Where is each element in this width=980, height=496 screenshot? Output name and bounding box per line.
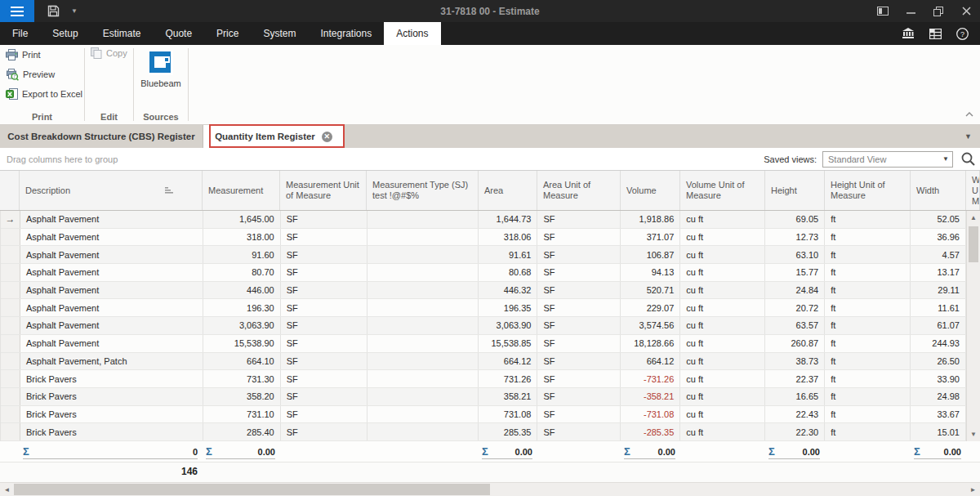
sort-filter-icon[interactable] <box>165 186 174 197</box>
cell-measurement-uom[interactable]: SF <box>281 335 368 352</box>
help-button[interactable]: ? <box>956 28 969 40</box>
cell-measurement-type[interactable] <box>368 388 479 405</box>
cell-height-uom[interactable]: ft <box>825 388 911 405</box>
menu-item-system[interactable]: System <box>251 22 308 45</box>
cell-area-uom[interactable]: SF <box>537 335 621 352</box>
menu-item-setup[interactable]: Setup <box>40 22 90 45</box>
cell-volume[interactable]: -358.21 <box>621 388 680 405</box>
cell-width[interactable]: 33.67 <box>911 406 966 423</box>
row-indicator-cell[interactable] <box>1 246 20 263</box>
cell-description[interactable]: Asphalt Pavement <box>20 299 203 316</box>
cell-volume-uom[interactable]: cu ft <box>680 423 765 440</box>
preview-button[interactable]: Preview <box>0 65 84 84</box>
cell-volume-uom[interactable]: cu ft <box>680 370 765 387</box>
column-header-volume-uom[interactable]: Volume Unit of Measure <box>680 171 765 210</box>
row-indicator-cell[interactable] <box>1 264 20 281</box>
summary-field-height[interactable]: Σ0.00 <box>768 445 820 459</box>
row-indicator-cell[interactable] <box>1 317 20 334</box>
cell-volume-uom[interactable]: cu ft <box>680 388 765 405</box>
cell-measurement-uom[interactable]: SF <box>281 282 368 299</box>
cell-height-uom[interactable]: ft <box>825 353 911 370</box>
vertical-scroll-thumb[interactable] <box>969 226 978 262</box>
column-header-width[interactable]: Width <box>911 171 966 210</box>
minimize-button[interactable] <box>897 0 924 22</box>
cell-volume[interactable]: 94.13 <box>621 264 680 281</box>
cell-height[interactable]: 63.10 <box>765 246 825 263</box>
cell-volume-uom[interactable]: cu ft <box>680 211 765 228</box>
cell-height-uom[interactable]: ft <box>825 264 911 281</box>
cell-area-uom[interactable]: SF <box>537 370 621 387</box>
cell-description[interactable]: Brick Pavers <box>20 388 203 405</box>
cell-measurement[interactable]: 80.70 <box>203 264 281 281</box>
cell-description[interactable]: Brick Pavers <box>20 423 203 440</box>
cell-volume[interactable]: -731.08 <box>621 406 680 423</box>
cell-volume[interactable]: -285.35 <box>621 423 680 440</box>
row-indicator-cell[interactable] <box>1 335 20 352</box>
menu-item-file[interactable]: File <box>0 22 40 45</box>
cell-height-uom[interactable]: ft <box>825 335 911 352</box>
cell-width[interactable]: 61.07 <box>911 317 966 334</box>
cell-width[interactable]: 13.17 <box>911 264 966 281</box>
cell-area[interactable]: 664.12 <box>479 353 537 370</box>
cell-area[interactable]: 15,538.85 <box>479 335 537 352</box>
ribbon-collapse-button[interactable] <box>965 105 973 120</box>
cell-volume-uom[interactable]: cu ft <box>680 229 765 246</box>
column-header-measurement[interactable]: Measurement <box>203 171 280 210</box>
cell-area-uom[interactable]: SF <box>537 211 621 228</box>
column-header-height[interactable]: Height <box>765 171 825 210</box>
summary-field-width[interactable]: Σ0.00 <box>914 445 961 459</box>
cell-volume[interactable]: 371.07 <box>621 229 680 246</box>
cell-measurement[interactable]: 91.60 <box>203 246 281 263</box>
cell-measurement-type[interactable] <box>368 211 479 228</box>
cell-measurement-uom[interactable]: SF <box>281 353 368 370</box>
tab-cbs-register[interactable]: Cost Breakdown Structure (CBS) Register <box>0 125 203 148</box>
cell-width[interactable]: 15.01 <box>911 423 966 440</box>
cell-description[interactable]: Asphalt Pavement <box>20 317 203 334</box>
cell-volume-uom[interactable]: cu ft <box>680 299 765 316</box>
cell-measurement-type[interactable] <box>368 229 479 246</box>
cell-volume-uom[interactable]: cu ft <box>680 282 765 299</box>
row-indicator-cell[interactable] <box>1 299 20 316</box>
cell-measurement-type[interactable] <box>368 335 479 352</box>
summary-field-description[interactable]: Σ0 <box>23 445 198 459</box>
cell-height[interactable]: 22.43 <box>765 406 825 423</box>
cell-measurement-uom[interactable]: SF <box>281 317 368 334</box>
cell-measurement[interactable]: 1,645.00 <box>203 211 281 228</box>
cell-volume[interactable]: 664.12 <box>621 353 680 370</box>
cell-measurement-type[interactable] <box>368 282 479 299</box>
cell-description[interactable]: Asphalt Pavement <box>20 335 203 352</box>
cell-width[interactable]: 36.96 <box>911 229 966 246</box>
cell-measurement-uom[interactable]: SF <box>281 246 368 263</box>
cell-area[interactable]: 731.26 <box>479 370 537 387</box>
cell-measurement[interactable]: 358.20 <box>203 388 281 405</box>
column-header-description[interactable]: Description <box>20 171 203 210</box>
cell-height-uom[interactable]: ft <box>825 370 911 387</box>
cell-volume[interactable]: 1,918.86 <box>621 211 680 228</box>
menu-item-quote[interactable]: Quote <box>153 22 204 45</box>
cell-description[interactable]: Asphalt Pavement <box>20 211 203 228</box>
cell-measurement-type[interactable] <box>368 246 479 263</box>
column-header-area-uom[interactable]: Area Unit of Measure <box>537 171 621 210</box>
cell-measurement[interactable]: 15,538.90 <box>203 335 281 352</box>
cell-height-uom[interactable]: ft <box>825 282 911 299</box>
copy-button[interactable]: Copy <box>85 45 133 61</box>
cell-area-uom[interactable]: SF <box>537 229 621 246</box>
cell-description[interactable]: Asphalt Pavement, Patch <box>20 353 203 370</box>
cell-height[interactable]: 260.87 <box>765 335 825 352</box>
register-grid-button[interactable] <box>929 29 942 39</box>
summary-field-volume[interactable]: Σ0.00 <box>624 445 675 459</box>
cell-area-uom[interactable]: SF <box>537 388 621 405</box>
cell-area[interactable]: 318.06 <box>479 229 537 246</box>
cell-volume-uom[interactable]: cu ft <box>680 353 765 370</box>
cell-description[interactable]: Brick Pavers <box>20 406 203 423</box>
quick-access-dropdown[interactable]: ▼ <box>67 0 82 22</box>
cell-volume[interactable]: 229.07 <box>621 299 680 316</box>
tab-quantity-item-register[interactable]: Quantity Item Register ✕ <box>203 125 344 148</box>
cell-description[interactable]: Asphalt Pavement <box>20 229 203 246</box>
cell-measurement-uom[interactable]: SF <box>281 299 368 316</box>
hamburger-menu-button[interactable] <box>0 0 34 22</box>
cell-height[interactable]: 22.30 <box>765 423 825 440</box>
cell-height-uom[interactable]: ft <box>825 229 911 246</box>
cell-area[interactable]: 3,063.90 <box>479 317 537 334</box>
close-button[interactable] <box>952 0 980 22</box>
